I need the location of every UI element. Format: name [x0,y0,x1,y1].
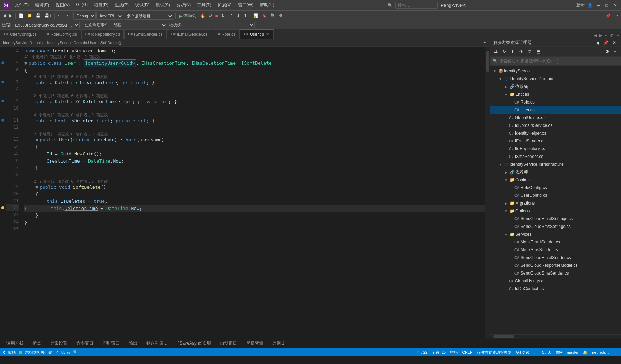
tree-item-configs[interactable]: ▼ 📁 Configs [490,176,621,184]
breadcrumb-namespace[interactable]: IdentityService.Domain [3,41,43,45]
step-out-button[interactable]: ⬆ [242,12,248,20]
solution-search-input[interactable] [499,59,619,64]
menu-help[interactable]: 帮助(H) [257,1,277,9]
editor-scrollbar[interactable] [485,47,490,339]
continue-button[interactable]: ▶ 继续(C) [177,12,198,20]
tree-item-domain[interactable]: ▼ ⬡ IdentityService.Domain [490,75,621,83]
debug-tab-exceptions[interactable]: 异常设置 [47,340,71,348]
git-changes-link[interactable]: Git 更改 [516,350,530,355]
breadcrumb-method[interactable]: SoftDelete() [100,41,121,45]
se-sync-button[interactable]: ⇄ [492,48,500,55]
debug-mode-select[interactable]: Debug [73,12,96,20]
thread-select[interactable] [125,22,167,28]
process-select[interactable]: [19680] SearchService.WebAPI… [13,22,80,28]
tree-item-deps2[interactable]: ▶ 🔗 依赖项 [490,168,621,176]
tab-close-button[interactable]: ✕ [265,32,270,36]
tab-settings-button[interactable]: ⚙ [609,33,615,39]
debug-tab-immediate[interactable]: 即时窗口 [99,340,123,348]
open-file-button[interactable]: 📁 [26,12,34,20]
undo-button[interactable]: ↩ [57,12,63,20]
redo-button[interactable]: ↪ [63,12,69,20]
menu-window[interactable]: 窗口(W) [235,1,256,9]
global-search-input[interactable] [395,2,438,9]
se-preview-button[interactable]: ⬒ [534,48,542,55]
hscrollbar-thumb[interactable] [493,335,514,338]
solution-explorer-link[interactable]: 解决方案资源管理器 [477,350,512,355]
tree-item-services[interactable]: ▼ 📁 Services [490,230,621,238]
menu-git[interactable]: Git(G) [73,1,91,9]
tree-item-infra[interactable]: ▼ ⬡ IdentityService.Infrastructure [490,160,621,168]
tree-item-identityhelper[interactable]: ▶ C# IdentityHelper.cs [490,129,621,137]
code-content[interactable]: namespace IdentityService.Domain; 41 个引用… [22,47,485,339]
tree-item-user[interactable]: ▶ C# User.cs [490,106,621,114]
breadcrumb-class[interactable]: IdentityService.Domain.User [47,41,96,45]
callstack-expand[interactable]: ⋮ [257,23,261,27]
cpu-select[interactable]: Any CPU [96,12,123,20]
minimize-button[interactable]: ─ [596,2,601,8]
close-button[interactable]: ✕ [613,2,618,8]
forward-button[interactable]: ▶ [8,12,13,20]
more-button[interactable]: ⋯ [613,12,620,20]
debug-tab-output[interactable]: 输出 [125,340,141,348]
tree-item-roleconfig[interactable]: ▶ C# RoleConfig.cs [490,184,621,192]
tree-item-sendresponsemodel[interactable]: ▶ C# SendCloudResponseModel.cs [490,262,621,269]
tab-scroll-left[interactable]: ◀ [592,33,598,39]
se-settings-button[interactable]: ⚙ [603,48,611,55]
debug-tab-breakpoints[interactable]: 断点 [29,340,45,348]
add-button[interactable]: + [482,40,487,46]
save-button[interactable]: 💾 [34,12,42,20]
menu-extensions[interactable]: 扩展(X) [215,1,235,9]
scrollbar-thumb[interactable] [486,51,489,72]
login-text[interactable]: 登录 [576,2,585,8]
tree-item-ismssender[interactable]: ▶ C# ISmsSender.cs [490,153,621,160]
debug-tab-callstack[interactable]: 调用堆栈 [3,340,27,348]
tree-item-globalusings1[interactable]: ▶ C# GlobalUsings.cs [490,114,621,122]
menu-tools[interactable]: 工具(T) [194,1,214,9]
bookmark-button[interactable]: 🔖 [260,12,268,20]
tab-iemailsender[interactable]: C# IEmailSender.cs [167,29,212,39]
account-icon[interactable]: 👤 [587,3,593,8]
debug-tab-locals[interactable]: 局部变量 [243,340,267,348]
tree-item-entities[interactable]: ▼ 📁 Entities [490,90,621,98]
menu-view[interactable]: 视图(V) [53,1,73,9]
se-collapse-button[interactable]: ⬆ [509,48,517,55]
tree-item-role[interactable]: ▶ C# Role.cs [490,98,621,106]
tree-item-migrations[interactable]: ▶ 📁 Migrations [490,199,621,207]
panel-back-button[interactable]: ◀ [593,39,601,47]
tree-item-userconfig[interactable]: ▶ C# UserConfig.cs [490,192,621,199]
tab-roleconfig[interactable]: C# RoleConfig.cs [41,29,81,39]
panel-pin-button[interactable]: 📌 [602,39,610,47]
se-showall-button[interactable]: 👁 [517,48,525,55]
tab-ismssender[interactable]: C# ISmsSender.cs [124,29,167,39]
tab-role[interactable]: C# Role.cs [212,29,240,39]
menu-edit[interactable]: 编辑(E) [32,1,52,9]
tree-item-iddomainservice[interactable]: ▶ C# IdDomainService.cs [490,122,621,129]
new-file-button[interactable]: 📄 [17,12,25,20]
tree-item-emailsettings[interactable]: ▶ C# SendCloudEmailSettings.cs [490,215,621,223]
save-all-button[interactable]: 💾+ [43,12,53,20]
maximize-button[interactable]: □ [604,2,610,8]
step-over-button[interactable]: ⤵ [230,12,235,20]
se-filter-button[interactable]: ▽ [526,48,534,55]
settings-button[interactable]: ⚙ [277,12,284,20]
debug-tab-errorlist[interactable]: 错误列表 … [143,340,172,348]
code-editor[interactable]: 4 5 6 7 8 9 10 11 12 13 14 15 16 17 18 [0,47,490,339]
menu-build[interactable]: 生成(B) [112,1,132,9]
tab-scroll-right[interactable]: ▶ [598,33,604,39]
debug-tab-command[interactable]: 命令窗口 [73,340,97,348]
se-more-button[interactable]: ⋯ [612,48,620,55]
tree-item-sendsmssender[interactable]: ▶ C# SendCloudSmsSender.cs [490,269,621,277]
menu-project[interactable]: 项目(P) [91,1,111,9]
tree-item-globalusings2[interactable]: ▶ C# GlobalUsings.cs [490,277,621,285]
notification-icon[interactable]: 🔔 [583,350,588,355]
tab-userconfig[interactable]: C# UserConfig.cs [0,29,40,39]
tree-item-iidrepository[interactable]: ▶ C# IIdRepository.cs [490,145,621,153]
stop-button[interactable]: ■ [214,12,219,20]
step-into-button[interactable]: ⬇ [235,12,241,20]
menu-test[interactable]: 测试(S) [153,1,173,9]
menu-file[interactable]: 文件(F) [12,1,31,9]
tree-item-mocksmssender[interactable]: ▶ C# MockSmsSender.cs [490,246,621,254]
se-refresh-button[interactable]: ↻ [500,48,508,55]
debug-tab-autowindow[interactable]: 自动窗口 [217,340,241,348]
tree-item-iddbcontext[interactable]: ▶ C# IdDbContext.cs [490,285,621,293]
